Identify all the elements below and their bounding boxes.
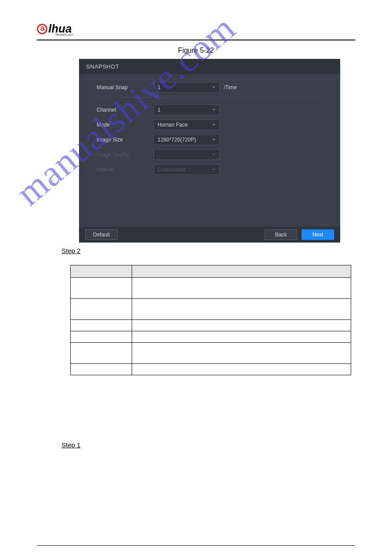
logo-region: lhua TECHNOLOGY <box>37 22 355 36</box>
row-channel: Channel 1 <box>97 105 323 115</box>
snapshot-panel: SNAPSHOT Manual Snap 1 /Time Channel 1 <box>79 59 340 243</box>
figure-caption: Figure 5-22 <box>37 47 355 54</box>
chevron-down-icon <box>212 109 216 111</box>
select-image-size[interactable]: 1280*720(720P) <box>154 134 219 145</box>
row-manual-snap: Manual Snap 1 /Time <box>97 82 323 93</box>
table-row <box>71 298 351 319</box>
table-header-param <box>71 265 132 277</box>
chevron-down-icon <box>212 169 216 170</box>
snapshot-divider <box>97 97 323 98</box>
select-image-size-value: 1280*720(720P) <box>158 137 196 143</box>
row-mode: Mode Human Face <box>97 120 323 130</box>
chevron-down-icon <box>212 124 216 126</box>
snapshot-body: Manual Snap 1 /Time Channel 1 Mode Human <box>79 74 340 175</box>
select-channel-value: 1 <box>158 107 161 113</box>
table-row <box>71 342 351 363</box>
label-image-quality: Image Quality <box>97 152 154 158</box>
chevron-down-icon <box>212 154 216 156</box>
select-channel[interactable]: 1 <box>154 105 219 115</box>
table-row <box>71 319 351 331</box>
snapshot-footer: Default Back Next <box>79 227 340 243</box>
parameters-table <box>70 265 351 375</box>
suffix-manual-snap: /Time <box>224 84 237 91</box>
logo-subtext: TECHNOLOGY <box>55 33 355 36</box>
label-image-size: Image Size <box>97 137 154 143</box>
table-row <box>71 363 351 375</box>
table-header-desc <box>132 265 351 277</box>
table-row <box>71 331 351 342</box>
step-2-label: Step 2 <box>61 247 355 254</box>
row-image-size: Image Size 1280*720(720P) <box>97 134 323 145</box>
select-mode[interactable]: Human Face <box>154 120 219 130</box>
select-image-quality[interactable] <box>154 149 219 160</box>
logo-mark-icon <box>37 24 47 34</box>
default-button[interactable]: Default <box>85 229 118 240</box>
table-row <box>71 277 351 298</box>
select-mode-value: Human Face <box>158 122 188 128</box>
row-interval: Interval Customized <box>97 164 323 175</box>
chevron-down-icon <box>212 139 216 141</box>
select-interval-value: Customized <box>158 167 185 173</box>
select-manual-snap[interactable]: 1 <box>154 82 219 93</box>
header-divider <box>37 40 355 40</box>
select-manual-snap-value: 1 <box>158 84 161 91</box>
row-image-quality: Image Quality <box>97 149 323 160</box>
chevron-down-icon <box>212 87 216 88</box>
step-1-label: Step 1 <box>61 441 355 449</box>
label-interval: Interval <box>97 167 154 173</box>
footer-divider <box>37 545 355 546</box>
label-mode: Mode <box>97 122 154 128</box>
next-button[interactable]: Next <box>302 229 334 240</box>
select-interval[interactable]: Customized <box>154 164 219 175</box>
back-button[interactable]: Back <box>265 229 297 240</box>
label-manual-snap: Manual Snap <box>97 84 154 91</box>
snapshot-title: SNAPSHOT <box>79 59 340 74</box>
label-channel: Channel <box>97 107 154 113</box>
